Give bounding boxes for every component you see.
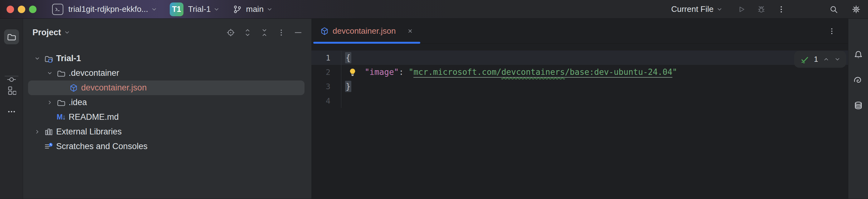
code-line-4[interactable]: 4 — [311, 94, 848, 108]
cube-icon — [69, 84, 78, 92]
debug-button[interactable] — [755, 3, 768, 15]
tree-item-devcontainer[interactable]: .devcontainer — [28, 66, 305, 80]
project-toolwindow-icon[interactable] — [4, 29, 19, 44]
run-button[interactable] — [735, 3, 748, 15]
chevron-right-icon[interactable] — [32, 129, 42, 135]
next-problem-chevron-down-icon[interactable] — [834, 56, 841, 62]
editor-tab-devcontainer-json[interactable]: devcontainer.json — [313, 19, 420, 43]
tab-label: devcontainer.json — [333, 26, 396, 36]
folder-project-icon — [44, 54, 53, 63]
tab-options-kebab-icon[interactable] — [826, 26, 837, 37]
inspections-count: 1 — [814, 55, 818, 64]
chevron-down-icon — [213, 6, 220, 12]
tree-item-label: Scratches and Consoles — [56, 142, 148, 151]
run-config-name: Trial-1 — [188, 4, 211, 14]
tree-item-label: Trial-1 — [56, 54, 81, 63]
close-window-button[interactable] — [6, 6, 14, 13]
line-number: 4 — [311, 94, 341, 108]
chevron-down-icon — [151, 6, 157, 12]
code-line-text: "image": "mcr.microsoft.com/devcontainer… — [341, 67, 677, 77]
tree-item-readme-md[interactable]: M↓README.md — [28, 110, 305, 125]
code-line-text: { — [341, 53, 351, 62]
select-opened-file-icon[interactable] — [225, 27, 236, 38]
editor-area: devcontainer.json 1{2 "image": "mcr.micr… — [311, 19, 848, 199]
line-number: 1 — [311, 51, 341, 65]
code-line-3[interactable]: 3} — [311, 79, 848, 94]
chevron-down-icon — [64, 29, 70, 36]
markdown-icon: M↓ — [57, 113, 65, 122]
notifications-bell-icon[interactable] — [851, 48, 865, 61]
project-panel: Project Trial-1.devcontainerdevcontainer… — [23, 19, 311, 199]
tree-item-label: External Libraries — [56, 127, 122, 137]
line-number: 3 — [311, 79, 341, 94]
tree-item-label: README.md — [69, 112, 119, 122]
minimize-window-button[interactable] — [18, 6, 25, 13]
terminal-project-icon — [52, 4, 63, 15]
project-panel-title[interactable]: Project — [32, 28, 61, 37]
search-everywhere-icon[interactable] — [828, 3, 840, 15]
project-switcher-label: trial1git-rdjkpn-ekkfo... — [68, 4, 148, 14]
intention-lightbulb-icon[interactable] — [348, 68, 357, 76]
vcs-branch-widget[interactable]: main — [233, 4, 272, 14]
code-line-text: } — [341, 82, 351, 91]
settings-gear-icon[interactable] — [850, 3, 862, 15]
collapse-all-icon[interactable] — [259, 27, 270, 38]
more-toolwindows-icon[interactable] — [5, 105, 19, 119]
previous-problem-chevron-up-icon[interactable] — [823, 56, 829, 62]
window-controls — [6, 6, 36, 13]
chevron-down-icon[interactable] — [32, 56, 42, 61]
chevron-down-icon[interactable] — [45, 70, 54, 76]
tree-item-scratches-and-consoles[interactable]: Scratches and Consoles — [28, 139, 305, 154]
expand-all-icon[interactable] — [242, 27, 253, 38]
maximize-window-button[interactable] — [29, 6, 36, 13]
tree-item-trial-1[interactable]: Trial-1 — [28, 51, 305, 66]
code-line-1[interactable]: 1{ — [311, 51, 848, 65]
tree-item-idea[interactable]: .idea — [28, 95, 305, 110]
run-config-badge: T1 — [170, 2, 183, 16]
git-branch-icon — [233, 5, 242, 14]
run-mode-label: Current File — [671, 4, 714, 14]
left-toolwindow-stripe — [0, 19, 23, 199]
run-mode-selector[interactable]: Current File — [671, 4, 723, 14]
ai-assistant-swirl-icon[interactable] — [851, 73, 865, 87]
inspections-ok-check-icon — [800, 55, 809, 64]
more-actions-kebab-icon[interactable] — [775, 3, 787, 15]
line-number: 2 — [311, 65, 341, 79]
tree-item-label: .devcontainer — [69, 68, 119, 78]
right-toolwindow-stripe — [848, 19, 868, 199]
code-editor[interactable]: 1{2 "image": "mcr.microsoft.com/devconta… — [311, 44, 848, 108]
branch-name: main — [246, 4, 264, 14]
tree-item-external-libraries[interactable]: External Libraries — [28, 125, 305, 139]
database-toolwindow-icon[interactable] — [851, 99, 865, 112]
structure-toolwindow-icon[interactable] — [5, 84, 19, 97]
project-tree: Trial-1.devcontainerdevcontainer.json.id… — [23, 51, 311, 154]
devcontainer-cube-icon — [320, 27, 329, 36]
scratches-icon — [44, 142, 53, 151]
close-tab-icon[interactable] — [407, 28, 413, 34]
chevron-down-icon — [716, 6, 723, 12]
tree-item-label: devcontainer.json — [81, 83, 147, 93]
run-configuration-selector[interactable]: T1 Trial-1 — [170, 2, 220, 16]
inspections-widget[interactable]: 1 — [794, 51, 846, 68]
stripe-divider — [5, 76, 19, 76]
project-panel-header: Project — [23, 19, 311, 46]
code-line-2[interactable]: 2 "image": "mcr.microsoft.com/devcontain… — [311, 65, 848, 79]
chevron-down-icon — [267, 6, 273, 12]
editor-tab-bar: devcontainer.json — [311, 19, 848, 44]
title-bar: trial1git-rdjkpn-ekkfo... T1 Trial-1 mai… — [0, 0, 868, 19]
panel-options-kebab-icon[interactable] — [276, 27, 286, 38]
folder-icon — [57, 69, 65, 78]
library-icon — [44, 128, 53, 136]
hide-panel-icon[interactable] — [293, 27, 303, 38]
project-switcher[interactable]: trial1git-rdjkpn-ekkfo... — [52, 4, 157, 15]
tree-item-label: .idea — [69, 98, 87, 107]
tree-item-devcontainer-json[interactable]: devcontainer.json — [28, 80, 305, 95]
folder-icon — [57, 98, 65, 107]
chevron-right-icon[interactable] — [45, 100, 54, 105]
